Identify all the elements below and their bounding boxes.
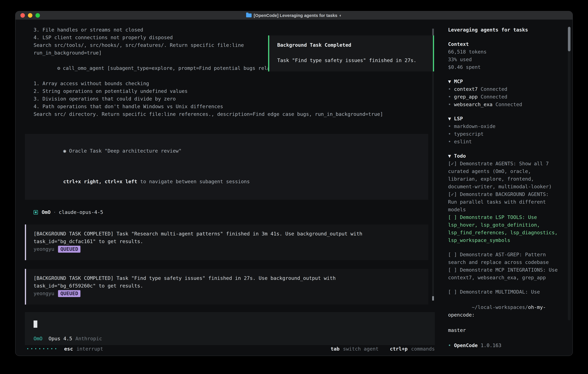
terminal-line: 1. Array access without bounds checking: [25, 80, 442, 87]
record-icon: ◉: [63, 148, 66, 154]
bullet-icon: •: [448, 86, 451, 92]
message-author: yeongyu: [33, 245, 54, 253]
message-line: task_id="bg_6f59260c" to get results.: [33, 282, 420, 290]
bullet-icon: •: [448, 343, 451, 348]
lsp-item: • markdown-oxide: [448, 123, 560, 130]
session-title: Leveraging agents for tasks: [448, 26, 560, 34]
terminal-line: 3. Division operations that could divide…: [25, 95, 442, 103]
text-cursor: [33, 321, 37, 328]
lsp-item: • typescript: [448, 130, 560, 138]
commands-key-label: commands: [411, 345, 435, 353]
message-line: [BACKGROUND TASK COMPLETED] Task "Find t…: [33, 274, 420, 282]
commands-key-hint: ctrl+p: [390, 345, 408, 353]
message-block: [BACKGROUND TASK COMPLETED] Task "Find t…: [25, 269, 428, 305]
message-block: [BACKGROUND TASK COMPLETED] Task "Resear…: [25, 224, 428, 260]
bullet-icon: •: [448, 131, 451, 137]
active-model-label: Opus 4.5: [48, 336, 72, 342]
todo-item-pending: [ ] Demonstrate MULTIMODAL: Use: [448, 288, 560, 296]
agent-name: OmO: [42, 208, 51, 216]
bullet-icon: •: [448, 94, 451, 100]
version-line: • OpenCode 1.0.163: [448, 342, 560, 349]
prompt-input[interactable]: OmOOpus 4.5Anthropic: [25, 312, 435, 345]
esc-key-hint: esc: [64, 345, 73, 353]
sidebar-scrollbar-thumb[interactable]: [568, 27, 570, 51]
todo-item-done: [✓] Demonstrate BACKGROUND AGENTS: Run p…: [448, 190, 560, 213]
minimize-button[interactable]: [28, 13, 32, 18]
bullet-icon: •: [448, 102, 451, 107]
queued-badge: QUEUED: [58, 246, 80, 253]
terminal-line: 4. Path operations that don't handle Win…: [25, 103, 442, 110]
agent-header: OmO · claude-opus-4-5: [25, 208, 442, 216]
opencode-window: [OpenCode] Leveraging agents for tasks ◐…: [15, 11, 573, 356]
message-line: [BACKGROUND TASK COMPLETED] Task "Resear…: [33, 230, 420, 238]
todo-item-active: [ ] Demonstrate LSP TOOLS: Use lsp_hover…: [448, 213, 560, 244]
mcp-section-header[interactable]: ▼ MCP: [448, 78, 560, 85]
folder-icon: [246, 13, 252, 17]
lsp-section-header[interactable]: ▼ LSP: [448, 115, 560, 123]
context-header: Context: [448, 40, 560, 48]
agent-model: claude-opus-4-5: [59, 208, 103, 216]
app-version: 1.0.163: [481, 343, 501, 348]
tab-key-hint: tab: [331, 345, 339, 353]
navigation-hint: ctrl+x right, ctrl+x left to navigate be…: [33, 170, 420, 193]
oracle-task-box: ◉Oracle Task "Deep architecture review" …: [25, 134, 428, 200]
close-button[interactable]: [21, 13, 25, 18]
context-used: 33% used: [448, 56, 560, 63]
model-status-row: OmOOpus 4.5Anthropic: [33, 335, 426, 343]
message-meta: yeongyu QUEUED: [33, 290, 420, 297]
oracle-task-title: ◉Oracle Task "Deep architecture review": [33, 139, 420, 162]
titlebar[interactable]: [OpenCode] Leveraging agents for tasks ◐: [15, 11, 573, 20]
agent-checkbox-icon: [33, 210, 38, 215]
clock-icon: ◐: [339, 11, 342, 19]
todo-item-pending: [ ] Demonstrate MCP INTEGRATIONS: Use co…: [448, 266, 560, 281]
window-title-text: [OpenCode] Leveraging agents for tasks: [254, 11, 337, 19]
notification-title: Background Task Completed: [277, 41, 425, 49]
message-author: yeongyu: [33, 290, 54, 297]
window-title: [OpenCode] Leveraging agents for tasks ◐: [15, 11, 573, 20]
tab-key-label: switch agent: [343, 345, 379, 353]
sidebar-scrollbar[interactable]: [568, 27, 570, 320]
mcp-item: • websearch_exa Connected: [448, 101, 560, 108]
chevron-down-icon: ▼: [448, 153, 451, 159]
active-agent-label: OmO: [33, 336, 42, 342]
gear-icon: ⚙: [57, 65, 60, 71]
bullet-icon: •: [448, 123, 451, 129]
app-name: OpenCode: [454, 343, 478, 348]
queued-badge: QUEUED: [58, 290, 80, 297]
mcp-item: • grep_app Connected: [448, 93, 560, 101]
input-line[interactable]: [33, 320, 426, 328]
todo-item-done: [✓] Demonstrate AGENTS: Show all 7 curat…: [448, 160, 560, 190]
background-task-notification: Background Task Completed Task "Find typ…: [268, 35, 434, 72]
message-line: task_id="bg_dcfac161" to get results.: [33, 238, 420, 245]
workspace-path: ~/local-workspaces/oh-my-opencode:: [448, 296, 560, 326]
todo-item-pending: [ ] Demonstrate AST-GREP: Pattern search…: [448, 251, 560, 266]
provider-label: Anthropic: [75, 336, 102, 342]
context-spent: $0.46 spent: [448, 63, 560, 71]
git-branch: master: [448, 326, 560, 334]
terminal-main-pane: Background Task Completed Task "Find typ…: [15, 20, 442, 356]
esc-key-label: interrupt: [76, 345, 103, 353]
notification-body: Task "Find type safety issues" finished …: [277, 57, 425, 64]
zoom-button[interactable]: [35, 13, 40, 18]
spinner-dots: ••••••••: [27, 345, 59, 353]
sidebar: Leveraging agents for tasks Context 66,5…: [442, 20, 573, 356]
status-bar: •••••••• esc interrupt tab switch agent …: [25, 345, 435, 353]
chevron-down-icon: ▼: [448, 116, 451, 122]
todo-section-header[interactable]: ▼ Todo: [448, 152, 560, 160]
separator-dot: ·: [53, 208, 56, 216]
mcp-item: • context7 Connected: [448, 85, 560, 93]
chevron-down-icon: ▼: [448, 79, 451, 84]
scrollbar-position-indicator[interactable]: [432, 296, 434, 301]
bullet-icon: •: [448, 139, 451, 145]
lsp-item: • eslint: [448, 138, 560, 145]
message-meta: yeongyu QUEUED: [33, 245, 420, 253]
terminal-line: 2. String operations on potentially unde…: [25, 87, 442, 95]
terminal-line: Search src/ directory. Return specific f…: [25, 110, 442, 118]
traffic-lights: [21, 13, 40, 18]
terminal-line: 3. File handles or streams not closed: [25, 26, 442, 34]
context-tokens: 66,518 tokens: [448, 48, 560, 56]
